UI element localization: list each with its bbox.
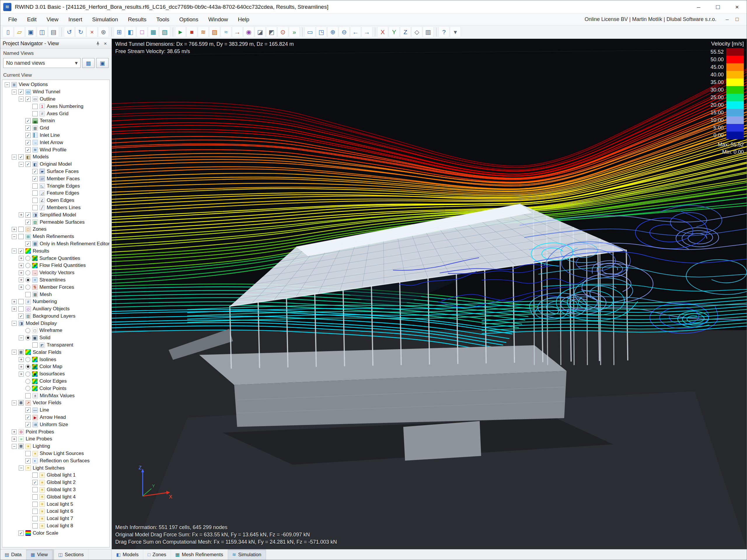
isometric-view-button[interactable]: ◇ — [411, 27, 422, 37]
tree-item-transparent[interactable]: ◩Transparent — [2, 342, 109, 349]
checkbox[interactable] — [18, 299, 24, 304]
tree-item-wind-tunnel[interactable]: −✓▭Wind Tunnel — [2, 88, 109, 96]
tree-item-inlet-line[interactable]: ✓▎Inlet Line — [2, 132, 109, 139]
tree-item-isolines[interactable]: +≡Isolines — [2, 356, 109, 363]
menu-file[interactable]: File — [3, 15, 22, 25]
expand-toggle[interactable]: + — [19, 263, 24, 268]
tree-item-numbering[interactable]: +#Numbering — [2, 298, 109, 305]
expand-toggle[interactable]: + — [12, 437, 17, 442]
mdi-restore-button[interactable]: □ — [732, 15, 742, 24]
streamlines-button[interactable]: ≈ — [221, 27, 231, 37]
tables-button[interactable]: ⊞ — [114, 27, 125, 37]
pin-button[interactable] — [94, 40, 102, 47]
collapse-toggle[interactable]: − — [12, 400, 17, 405]
menu-insert[interactable]: Insert — [63, 15, 87, 25]
checkbox[interactable] — [32, 190, 37, 196]
expand-toggle[interactable]: + — [12, 299, 17, 304]
checkbox[interactable] — [32, 495, 37, 500]
save-button[interactable]: ▣ — [25, 27, 36, 37]
menu-results[interactable]: Results — [123, 15, 151, 25]
menu-edit[interactable]: Edit — [22, 15, 42, 25]
named-views-list-button[interactable]: ▦ — [82, 58, 95, 68]
start-simulation-button[interactable]: ► — [175, 27, 186, 37]
expand-toggle[interactable]: + — [12, 306, 17, 312]
isosurfaces-button[interactable]: ◉ — [243, 27, 254, 37]
tree-item-color-map[interactable]: +▨Color Map — [2, 363, 109, 370]
checkbox[interactable]: ✓ — [25, 212, 31, 218]
checkbox[interactable] — [18, 400, 24, 405]
tree-item-terrain[interactable]: ✓▄Terrain — [2, 117, 109, 125]
results-button[interactable]: ≋ — [198, 27, 209, 37]
radio-button[interactable] — [25, 328, 30, 333]
checkbox[interactable] — [32, 473, 37, 478]
tree-item-global-light-3[interactable]: ☀Global light 3 — [2, 486, 109, 494]
checkbox[interactable] — [18, 444, 24, 449]
tree-item-zones[interactable]: +□Zones — [2, 226, 109, 233]
radio-button[interactable] — [25, 386, 30, 391]
tree-item-surface-quantities[interactable]: +▤Surface Quantities — [2, 255, 109, 262]
tree-item-isosurfaces[interactable]: +◉Isosurfaces — [2, 370, 109, 378]
radio-button[interactable] — [25, 285, 30, 290]
checkbox[interactable]: ✓ — [32, 480, 37, 485]
radio-button[interactable] — [25, 357, 30, 362]
expand-toggle[interactable]: + — [19, 212, 24, 217]
checkbox[interactable]: ✓ — [25, 407, 31, 413]
previous-view-button[interactable]: ← — [350, 27, 361, 37]
radio-button[interactable] — [25, 336, 30, 340]
tree-item-min-max-values[interactable]: ±Min/Max Values — [2, 392, 109, 399]
checkbox[interactable] — [25, 292, 31, 297]
tree-item-mesh[interactable]: ▦Mesh — [2, 291, 109, 298]
checkbox[interactable] — [32, 198, 37, 203]
checkbox[interactable] — [18, 226, 24, 232]
clipping-plane-button[interactable]: ◪ — [255, 27, 265, 37]
mdi-minimize-button[interactable]: – — [722, 15, 732, 24]
tree-item-mesh-refinements[interactable]: −⊞Mesh Refinements — [2, 233, 109, 240]
checkbox[interactable]: ✓ — [25, 133, 31, 138]
tree-item-surface-faces[interactable]: ✓▰Surface Faces — [2, 168, 109, 175]
view-z-button[interactable]: Z — [400, 27, 411, 37]
menu-view[interactable]: View — [42, 15, 63, 25]
tree-item-original-model[interactable]: −✓◧Original Model — [2, 161, 109, 168]
surface-results-button[interactable]: ▨ — [209, 27, 220, 37]
checkbox[interactable]: ✓ — [25, 126, 31, 131]
checkbox[interactable]: ✓ — [25, 422, 31, 427]
collapse-toggle[interactable]: − — [19, 465, 24, 471]
toolbar-overflow-button[interactable]: ▾ — [450, 27, 461, 37]
tree-item-models[interactable]: −✓◧Models — [2, 153, 109, 161]
expand-toggle[interactable]: + — [19, 285, 24, 290]
delete-button[interactable]: × — [87, 27, 98, 37]
zoom-all-button[interactable]: ▭ — [305, 27, 315, 37]
tree-item-point-probes[interactable]: +⊙Point Probes — [2, 428, 109, 435]
checkbox[interactable] — [32, 487, 37, 492]
tree-item-show-light-sources[interactable]: ☀Show Light Sources — [2, 450, 109, 457]
checkbox[interactable] — [32, 104, 37, 109]
zones-button[interactable]: □ — [136, 27, 147, 37]
probe-button[interactable]: ⊙ — [278, 27, 288, 37]
radio-button[interactable] — [25, 256, 30, 261]
collapse-toggle[interactable]: − — [12, 155, 17, 160]
checkbox[interactable]: ✓ — [25, 147, 31, 153]
tree-item-permeable-surfaces[interactable]: ✓▧Permeable Surfaces — [2, 218, 109, 226]
redo-button[interactable]: ↻ — [75, 27, 86, 37]
radio-button[interactable] — [25, 364, 30, 369]
tree-item-local-light-8[interactable]: ☀Local light 8 — [2, 523, 109, 530]
mesh-button[interactable]: ▦ — [148, 27, 159, 37]
menu-simulation[interactable]: Simulation — [87, 15, 123, 25]
tree-item-global-light-1[interactable]: ☀Global light 1 — [2, 472, 109, 479]
open-button[interactable]: ▱ — [14, 27, 25, 37]
menu-window[interactable]: Window — [203, 15, 233, 25]
tree-item-background-layers[interactable]: ✓▥Background Layers — [2, 313, 109, 320]
collapse-toggle[interactable]: − — [19, 336, 24, 340]
tree-item-global-light-4[interactable]: ☀Global light 4 — [2, 493, 109, 501]
expand-toggle[interactable]: + — [19, 277, 24, 282]
collapse-toggle[interactable]: − — [12, 248, 17, 254]
mesh-settings-button[interactable]: ▧ — [159, 27, 170, 37]
tree-item-light-switches[interactable]: −◓Light Switches — [2, 464, 109, 472]
tree-item-local-light-5[interactable]: ☀Local light 5 — [2, 501, 109, 508]
tree-item-view-options[interactable]: −≣View Options — [2, 81, 109, 88]
menu-help[interactable]: Help — [233, 15, 254, 25]
tree-item-global-light-2[interactable]: ✓☀Global light 2 — [2, 479, 109, 486]
tab-data[interactable]: ▤Data — [0, 550, 26, 560]
tree-item-members-lines[interactable]: ╱Members Lines — [2, 204, 109, 211]
checkbox[interactable]: ✓ — [32, 176, 37, 181]
